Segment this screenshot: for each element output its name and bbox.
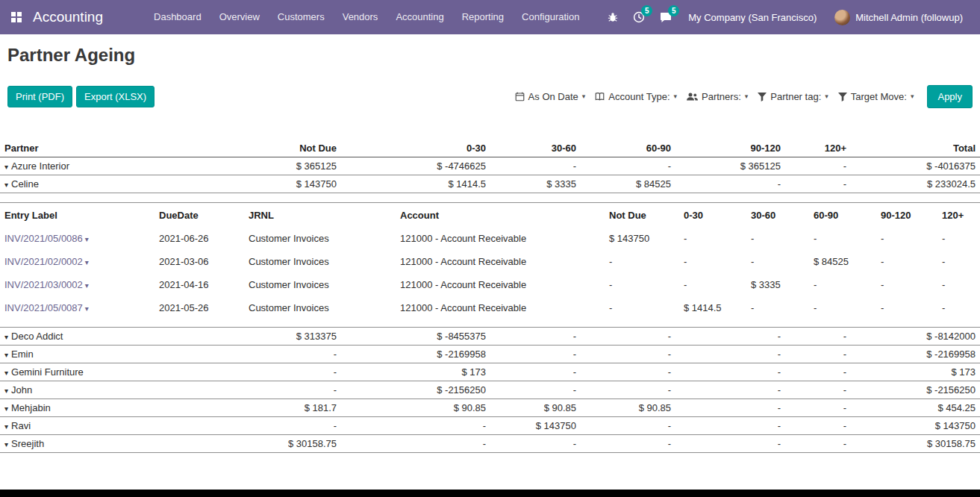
amount-cell: -	[581, 417, 675, 435]
filter-bar: As On Date ▾ Account Type: ▾ Partners: ▾…	[515, 85, 973, 108]
entry-row: INV/2021/05/0086▾ 2021-06-26 Customer In…	[0, 227, 980, 250]
avatar	[834, 10, 850, 25]
partners-filter[interactable]: Partners: ▾	[687, 91, 748, 102]
partner-row[interactable]: ▾Ravi - - $ 143750 - - - $ 143750	[0, 417, 980, 435]
as-on-date-filter[interactable]: As On Date ▾	[515, 91, 586, 102]
partner-name: Deco Addict	[11, 331, 63, 342]
amount-cell: $ 143750	[164, 175, 341, 193]
amount-cell: $ 173	[341, 363, 490, 381]
user-menu[interactable]: Mitchell Admin (followup)	[828, 10, 970, 25]
amount-cell: -	[605, 273, 679, 296]
collapse-caret-icon[interactable]: ▾	[4, 351, 8, 359]
entry-link[interactable]: INV/2021/05/0087	[4, 302, 83, 313]
print-pdf-button[interactable]: Print (PDF)	[7, 86, 72, 107]
entry-link[interactable]: INV/2021/02/0002	[4, 256, 83, 267]
amount-cell: $ -8142000	[851, 328, 980, 346]
nav-item-reporting[interactable]: Reporting	[453, 0, 513, 34]
partner-row[interactable]: ▾Gemini Furniture - $ 173 - - - - $ 173	[0, 363, 980, 381]
amount-cell: $ 90.85	[490, 399, 581, 417]
entry-link[interactable]: INV/2021/05/0086	[4, 233, 83, 244]
messages-chat-icon[interactable]: 5	[655, 11, 677, 23]
col-header-account: Account	[396, 203, 605, 228]
amount-cell: -	[785, 435, 851, 453]
amount-cell: $ -2169958	[851, 346, 980, 363]
partner-tag-filter[interactable]: Partner tag: ▾	[758, 91, 828, 102]
partner-row[interactable]: ▾Mehjabin $ 181.7 $ 90.85 $ 90.85 $ 90.8…	[0, 399, 980, 417]
amount-cell: -	[785, 363, 851, 381]
nav-item-overview[interactable]: Overview	[210, 0, 269, 34]
amount-cell: $ 84525	[581, 175, 675, 193]
partner-row[interactable]: ▾Azure Interior $ 365125 $ -4746625 - - …	[0, 157, 980, 175]
funnel-icon	[838, 93, 847, 101]
company-switcher[interactable]: My Company (San Francisco)	[681, 12, 823, 23]
partner-name: Gemini Furniture	[11, 366, 84, 378]
activities-clock-icon[interactable]: 5	[628, 11, 650, 23]
amount-cell: -	[876, 250, 937, 273]
collapse-caret-icon[interactable]: ▾	[4, 181, 8, 189]
col-header-60-90: 60-90	[809, 203, 876, 228]
ageing-summary-table-bottom: ▾Deco Addict $ 313375 $ -8455375 - - - -…	[0, 327, 980, 453]
collapse-caret-icon[interactable]: ▾	[4, 369, 8, 377]
nav-item-dashboard[interactable]: Dashboard	[145, 0, 210, 34]
col-header-120plus: 120+	[937, 203, 980, 228]
collapse-caret-icon[interactable]: ▾	[4, 440, 8, 448]
entry-dropdown-icon[interactable]: ▾	[85, 281, 89, 290]
amount-cell: $ 143750	[605, 227, 679, 250]
app-name[interactable]: Accounting	[33, 9, 103, 25]
amount-cell: -	[490, 381, 581, 399]
partner-row[interactable]: ▾Sreejith $ 30158.75 - - - - - $ 30158.7…	[0, 435, 980, 453]
amount-cell: $ 143750	[851, 417, 980, 435]
amount-cell: -	[164, 363, 341, 381]
users-icon	[687, 92, 698, 101]
amount-cell: -	[876, 296, 937, 319]
col-header-60-90: 60-90	[581, 140, 675, 157]
amount-cell: -	[809, 296, 876, 319]
entry-dropdown-icon[interactable]: ▾	[85, 258, 89, 266]
col-header-120plus: 120+	[785, 140, 851, 157]
amount-cell: -	[937, 296, 980, 319]
amount-cell: $ -2156250	[341, 381, 490, 399]
nav-item-accounting[interactable]: Accounting	[387, 0, 452, 34]
nav-item-customers[interactable]: Customers	[269, 0, 334, 34]
partner-name: Sreejith	[11, 438, 44, 449]
partner-row[interactable]: ▾Celine $ 143750 $ 1414.5 $ 3335 $ 84525…	[0, 175, 980, 193]
amount-cell: -	[746, 227, 809, 250]
account-type-filter[interactable]: Account Type: ▾	[595, 91, 677, 102]
amount-cell: -	[937, 273, 980, 296]
amount-cell: -	[675, 346, 785, 363]
amount-cell: -	[490, 157, 581, 175]
chevron-down-icon: ▾	[745, 93, 749, 100]
debug-bug-icon[interactable]	[602, 12, 623, 22]
collapse-caret-icon[interactable]: ▾	[4, 422, 8, 431]
collapse-caret-icon[interactable]: ▾	[4, 333, 8, 341]
chevron-down-icon: ▾	[825, 93, 828, 100]
amount-cell: -	[341, 435, 490, 453]
collapse-caret-icon[interactable]: ▾	[4, 387, 8, 395]
partner-row[interactable]: ▾Emin - $ -2169958 - - - - $ -2169958	[0, 346, 980, 363]
collapse-caret-icon[interactable]: ▾	[4, 404, 8, 413]
collapse-caret-icon[interactable]: ▾	[4, 163, 8, 171]
amount-cell: -	[679, 227, 746, 250]
nav-item-configuration[interactable]: Configuration	[513, 0, 588, 34]
target-move-filter[interactable]: Target Move: ▾	[838, 91, 914, 102]
nav-item-vendors[interactable]: Vendors	[334, 0, 387, 34]
amount-cell: $ 90.85	[341, 399, 490, 417]
entry-dropdown-icon[interactable]: ▾	[85, 304, 89, 313]
export-xlsx-button[interactable]: Export (XLSX)	[76, 86, 155, 107]
amount-cell: -	[746, 250, 809, 273]
amount-cell: -	[341, 417, 490, 435]
entry-link[interactable]: INV/2021/03/0002	[4, 279, 83, 290]
amount-cell: -	[675, 381, 785, 399]
journal-cell: Customer Invoices	[244, 296, 396, 319]
entry-dropdown-icon[interactable]: ▾	[85, 235, 89, 243]
amount-cell: -	[605, 250, 679, 273]
amount-cell: -	[876, 273, 937, 296]
amount-cell: -	[746, 296, 809, 319]
apply-button[interactable]: Apply	[927, 85, 973, 108]
col-header-90-120: 90-120	[876, 203, 937, 228]
partner-row[interactable]: ▾John - $ -2156250 - - - - $ -2156250	[0, 381, 980, 399]
amount-cell: $ -4746625	[341, 157, 490, 175]
apps-menu-icon[interactable]	[0, 11, 33, 23]
partner-row[interactable]: ▾Deco Addict $ 313375 $ -8455375 - - - -…	[0, 328, 980, 346]
amount-cell: -	[785, 157, 851, 175]
